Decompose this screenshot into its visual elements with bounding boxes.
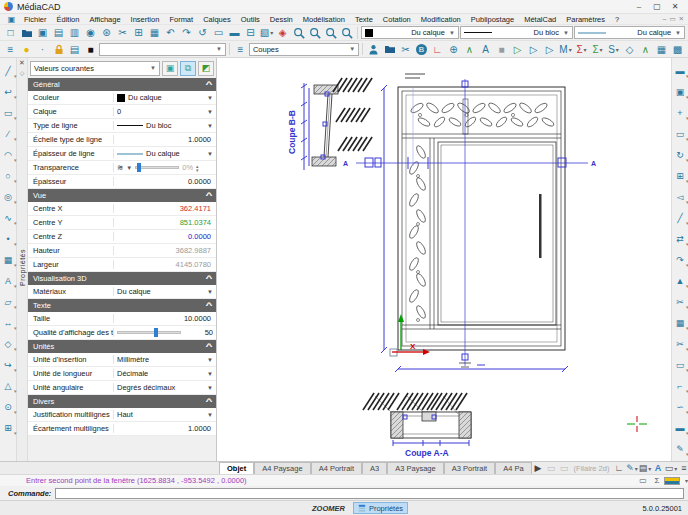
text-ai-icon[interactable]: A▾ [1,270,16,291]
point-icon[interactable]: •▾ [1,228,16,249]
viewport-icon[interactable]: ▭▾ [673,123,688,144]
menu-metalcad[interactable]: MétalCad [519,15,561,24]
poly-13-icon[interactable]: ▷ [542,42,557,56]
layout-tab-a3[interactable]: A3 [362,462,387,474]
circle-icon[interactable]: ○▾ [1,165,16,186]
slider-thumb[interactable] [154,328,158,337]
print-icon[interactable]: ▤ [51,26,66,40]
section-header-divers[interactable]: Divers^ [28,395,216,408]
prop-value-largeur[interactable]: 4145.0780 [114,260,216,269]
sync-icon[interactable]: ↺ [195,26,210,40]
cut-icon[interactable]: ✂ [115,26,130,40]
layout-tab-a3-portrait[interactable]: A3 Portrait [444,462,495,474]
lineweight-combobox[interactable]: Du calque ▼ [574,26,685,39]
poly-plain-icon[interactable]: ▷ [526,42,541,56]
terrain-icon[interactable]: ∧ [462,42,477,56]
layer-manager-icon[interactable]: ≡ [3,42,18,56]
menu-[interactable]: ? [610,15,624,24]
transparency-slider[interactable] [135,166,179,169]
s-measure-icon[interactable]: S▾ [606,42,621,56]
menu-parametres[interactable]: Paramètres [561,15,610,24]
archive-icon[interactable]: ⊟ [243,26,258,40]
menu-affichage[interactable]: Affichage [84,15,125,24]
shape-icon[interactable]: ▱▾ [1,291,16,312]
table-icon[interactable]: ⊞▾ [1,417,16,438]
line-icon[interactable]: ╱▾ [1,60,16,81]
user-icon[interactable] [366,42,381,56]
spinner-icon[interactable]: ▴▾ [196,164,199,172]
properties-panel-button[interactable]: Propriétés [353,502,408,514]
clip-icon[interactable]: ✂▾ [673,291,688,312]
prop-value-ecartement-multilignes[interactable]: 1.0000 [114,424,216,433]
measure-triangle-icon[interactable]: △▾ [1,375,16,396]
plane-snap-icon[interactable]: ▤▾ [638,462,651,474]
erase-icon[interactable]: ▬▾ [673,60,688,81]
sum-red-icon[interactable]: Σ▾ [574,42,589,56]
zoom-out-icon[interactable] [307,26,322,40]
quality-slider[interactable] [117,331,181,334]
menu-dessin[interactable]: Dessin [265,15,298,24]
web-gear-icon[interactable]: ⊛ [99,26,114,40]
slider-thumb[interactable] [137,163,141,172]
prop-value-hauteur[interactable]: 3682.9887 [114,246,216,255]
grid-2x2-icon[interactable]: ▦▾ [673,312,688,333]
prop-value-epaisseur[interactable]: 0.0000 [114,177,216,186]
sum-green-icon[interactable]: Σ▾ [590,42,605,56]
image-photo-icon[interactable]: ▩ [670,42,685,56]
prop-value-qualite-d-affichage-des-te[interactable]: 50 [114,328,216,337]
drawing-canvas[interactable]: Coupe B-B [217,58,671,461]
sketch-mode-icon[interactable]: ✎▾ [625,462,638,474]
layer-combobox[interactable]: Coupes ▼ [249,43,359,56]
arc-icon[interactable]: ◠▾ [1,144,16,165]
menu-insertion[interactable]: Insertion [126,15,165,24]
polyline-icon[interactable]: ↩▾ [1,81,16,102]
menu-calques[interactable]: Calques [198,15,236,24]
layer-lock-icon[interactable] [51,42,66,56]
prop-value-epaisseur-de-ligne[interactable]: Du calque▼ [114,149,216,158]
viewport-3d-icon[interactable]: ▧▾ [259,26,274,40]
fillet-icon[interactable]: ⌐▾ [673,375,688,396]
save-display-icon[interactable]: ▭ [211,26,226,40]
rectangle-icon[interactable]: ▭▾ [1,102,16,123]
node-edit-icon[interactable]: ◇▾ [1,333,16,354]
ellipse-icon[interactable]: ◎▾ [1,186,16,207]
object-selector-combobox[interactable]: Valeurs courantes ▼ [30,61,160,76]
menu-modelisation[interactable]: Modélisation [298,15,350,24]
prop-value-echelle-type-de-ligne[interactable]: 1.0000 [114,135,216,144]
group-objects-icon[interactable]: ◇ [622,42,637,56]
badge-b-icon[interactable]: B [414,42,429,56]
prop-value-justification-multilignes[interactable]: Haut▼ [114,410,216,419]
layer-filter-combobox[interactable]: ▼ [99,43,226,56]
section-header-visualisation-3d[interactable]: Visualisation 3D^ [28,272,216,285]
layer-dot-icon[interactable]: · [35,42,50,56]
rotate-copy-icon[interactable]: ↷▾ [673,249,688,270]
hatch-icon[interactable]: ▦▾ [1,249,16,270]
layer-on-bulb-icon[interactable]: ● [19,42,34,56]
edit-display-icon[interactable]: ▬ [227,26,242,40]
poly-green-icon[interactable]: ▷ [510,42,525,56]
layout-tab-a4-portrait[interactable]: A4 Portrait [311,462,362,474]
section-header-vue[interactable]: Vue^ [28,189,216,202]
prop-value-calque[interactable]: 0▼ [114,107,216,116]
prop-value-couleur[interactable]: Du calque▼ [114,93,216,102]
minimize-button[interactable]: – [630,0,648,13]
linetype-combobox[interactable]: Du bloc ▼ [460,26,573,39]
mdi-restore-icon[interactable]: ▭ [669,15,675,23]
zoom-extents-icon[interactable] [339,26,354,40]
boundary-icon[interactable]: ▭▾ [673,354,688,375]
menu-format[interactable]: Format [164,15,198,24]
select-objects-button[interactable]: ⧉ [180,61,196,76]
pencil-icon[interactable]: ✎▾ [673,438,688,459]
save-icon[interactable]: ▣ [35,26,50,40]
move-icon[interactable]: +▾ [673,102,688,123]
layout-tab-a4-paysage[interactable]: A4 Paysage [254,462,310,474]
copy-icon[interactable]: ⊞ [131,26,146,40]
color-swatch-icon[interactable]: ■ [83,42,98,56]
sum-icon[interactable]: Σ [650,476,664,485]
spline-icon[interactable]: ∿▾ [1,207,16,228]
redo-icon[interactable]: ↷ [179,26,194,40]
layer-control-icon[interactable]: ≡ [233,42,248,56]
brush-icon[interactable]: ▬▾ [673,417,688,438]
undo-icon[interactable]: ↶ [163,26,178,40]
prop-value-centre-x[interactable]: 362.4171 [114,204,216,213]
